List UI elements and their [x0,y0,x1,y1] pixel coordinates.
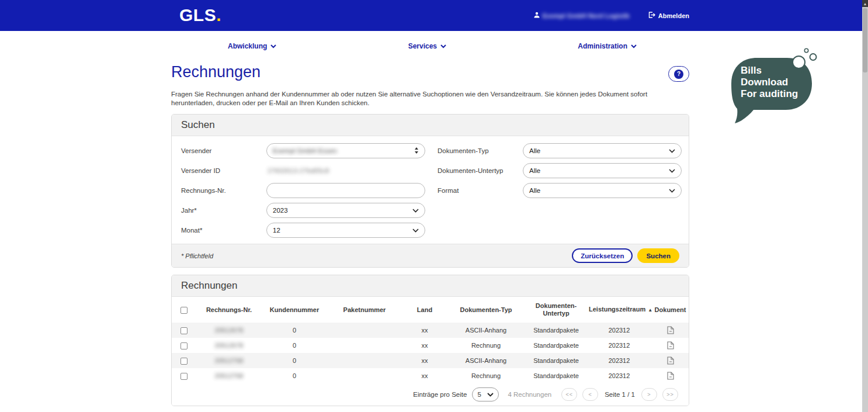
col-dokument[interactable]: Dokument [651,297,689,323]
pdf-document-icon[interactable] [667,326,674,334]
first-page-button[interactable]: << [561,388,577,401]
monat-select[interactable]: 12 [266,223,425,238]
gls-logo[interactable]: GLS. [179,5,221,25]
cell-kundennummer: 0 [262,323,327,338]
promo-badge: BillsDownloadFor auditing [730,46,818,127]
cell-paketnummer [327,338,402,353]
rechnungs-nr-label: Rechnungs-Nr. [181,187,266,194]
jahr-label: Jahr* [181,207,266,214]
pdf-document-icon[interactable] [667,356,674,365]
last-page-button[interactable]: >> [662,388,678,401]
promo-line: For auditing [741,88,798,100]
cell-land: xx [402,368,447,383]
versender-id-value: 27602613-27bd05c8 [266,167,425,174]
top-bar: GLS. Exempl GmbH Nord Logistik Abmelden [0,0,862,31]
cell-land: xx [402,323,447,338]
row-checkbox[interactable] [180,373,188,380]
user-label: Exempl GmbH Nord Logistik [543,12,630,19]
results-panel-title: Rechnungen [172,275,689,297]
cell-dokumenten-typ: ASCII-Anhang [447,323,525,338]
cell-land: xx [402,338,447,353]
per-page-select[interactable]: 5 [472,387,499,401]
rechnungs-nr-input[interactable] [266,183,425,198]
chevron-down-icon [412,207,419,214]
dokumenten-untertyp-select[interactable]: Alle [523,163,682,178]
chevron-down-icon [669,147,675,154]
pdf-document-icon[interactable] [667,341,674,349]
page-indicator: Seite 1 / 1 [605,391,635,398]
cell-paketnummer [327,353,402,368]
table-row: 205126780xxRechnungStandardpakete202312 [172,338,689,353]
nav-item-administration[interactable]: Administration [578,42,637,50]
cell-paketnummer [327,368,402,383]
page: GLS. Exempl GmbH Nord Logistik Abmelden … [0,0,868,412]
col-kundennummer[interactable]: Kundennummer [262,297,327,323]
dokumenten-typ-select[interactable]: Alle [523,143,682,158]
page-description: Fragen Sie Rechnungen anhand der Kundenn… [171,90,689,108]
cell-dokumenten-untertyp: Standardpakete [525,368,588,383]
cell-rechnungs-nr: 20512678 [215,342,244,349]
monat-value: 12 [273,227,280,234]
cell-land: xx [402,353,447,368]
per-page-value: 5 [477,391,481,398]
chevron-down-icon [669,187,675,194]
chevron-down-icon [270,42,276,50]
next-page-button[interactable]: > [641,388,657,401]
vertical-scrollbar[interactable]: ▲ [862,0,868,412]
row-checkbox[interactable] [180,358,188,365]
chevron-down-icon [631,42,637,50]
cell-kundennummer: 0 [262,368,327,383]
cell-dokumenten-untertyp: Standardpakete [525,338,588,353]
jahr-select[interactable]: 2023 [266,203,425,218]
pagination-bar: Einträge pro Seite 5 4 Rechnungen << < S… [172,383,689,406]
col-dokumenten-typ[interactable]: Dokumenten-Typ [447,297,525,323]
format-value: Alle [529,187,540,194]
col-rechnungs-nr[interactable]: Rechnungs-Nr. [196,297,262,323]
user-menu[interactable]: Exempl GmbH Nord Logistik [534,12,630,19]
table-row: 205127680xxRechnungStandardpakete202312 [172,368,689,383]
scrollbar-thumb[interactable] [863,8,867,72]
col-leistungszeitraum[interactable]: Leistungszeitraum▲ [588,297,651,323]
select-all-checkbox[interactable] [180,307,188,314]
nav-item-label: Administration [578,42,627,50]
logout-icon [648,12,655,19]
main-nav: AbwicklungServicesAdministration [228,31,637,61]
per-page-label: Einträge pro Seite [413,391,467,398]
chevron-down-icon [487,391,494,398]
scroll-up-icon[interactable]: ▲ [862,0,868,7]
col-paketnummer[interactable]: Paketnummer [327,297,402,323]
nav-item-abwicklung[interactable]: Abwicklung [228,42,276,50]
prev-page-button[interactable]: < [582,388,598,401]
logout-button[interactable]: Abmelden [648,12,689,19]
table-row: 205126780xxASCII-AnhangStandardpakete202… [172,323,689,338]
table-body: 205126780xxASCII-AnhangStandardpakete202… [172,323,689,383]
col-land[interactable]: Land [402,297,447,323]
cell-leistungszeitraum: 202312 [588,368,651,383]
versender-id-label: Versender ID [181,167,266,174]
reset-button[interactable]: Zurücksetzen [572,248,633,263]
decor-circle-small [804,49,808,52]
format-select[interactable]: Alle [523,183,682,198]
versender-select[interactable]: Exempl GmbH Essen [266,143,425,158]
dokumenten-untertyp-label: Dokumenten-Untertyp [438,167,523,174]
results-table: Rechnungs-Nr. Kundennummer Paketnummer L… [172,297,689,383]
up-down-spinner-icon [414,147,419,155]
help-button[interactable]: ? [668,66,689,82]
row-checkbox[interactable] [180,342,188,349]
table-row: 205127680xxASCII-AnhangStandardpakete202… [172,353,689,368]
cell-leistungszeitraum: 202312 [588,338,651,353]
nav-item-label: Services [408,42,437,50]
cell-dokumenten-untertyp: Standardpakete [525,323,588,338]
row-checkbox[interactable] [180,327,188,334]
search-button[interactable]: Suchen [637,248,679,263]
cell-kundennummer: 0 [262,338,327,353]
search-form: Versender Exempl GmbH Essen Dokumenten-T… [172,136,689,244]
nav-item-services[interactable]: Services [408,42,446,50]
dokumenten-untertyp-value: Alle [529,167,540,174]
monat-label: Monat* [181,227,266,234]
col-dokumenten-untertyp[interactable]: Dokumenten-Untertyp [525,297,588,323]
promo-text: BillsDownloadFor auditing [741,65,798,100]
pdf-document-icon[interactable] [667,372,674,380]
cell-dokumenten-untertyp: Standardpakete [525,353,588,368]
versender-value: Exempl GmbH Essen [273,147,337,154]
